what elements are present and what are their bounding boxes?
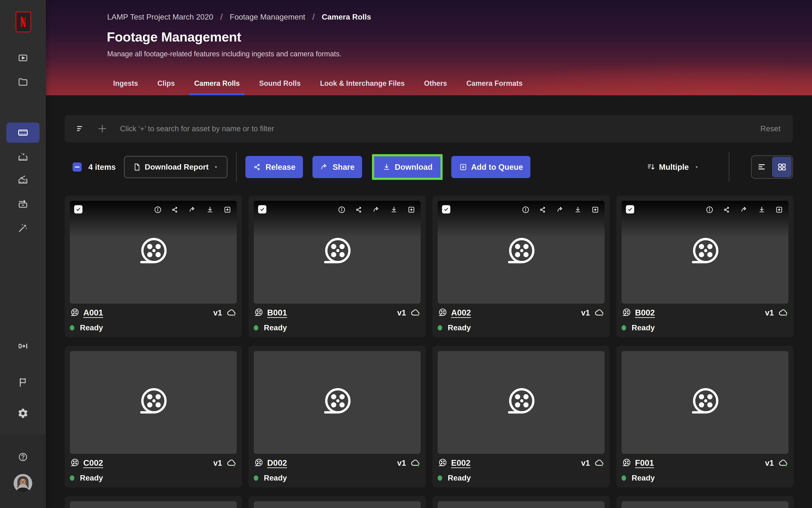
card-name-link[interactable]: B002	[635, 308, 655, 318]
card-checkbox[interactable]	[626, 205, 634, 213]
card-thumbnail[interactable]	[254, 501, 421, 508]
tab-others[interactable]: Others	[419, 72, 452, 95]
card-footer: E002 v1	[438, 457, 605, 468]
breadcrumb-project[interactable]: LAMP Test Project March 2020	[107, 13, 213, 22]
release-button[interactable]: Release	[245, 156, 303, 178]
card-thumbnail[interactable]	[254, 201, 421, 304]
download-label: Download	[395, 163, 433, 172]
download-icon[interactable]	[206, 206, 214, 214]
card-name-link[interactable]: B001	[267, 308, 287, 318]
netflix-logo[interactable]	[15, 11, 31, 32]
card-thumbnail[interactable]	[438, 201, 605, 304]
grid-view-button[interactable]	[772, 157, 791, 177]
sidebar-item-help[interactable]	[17, 452, 28, 462]
tab-camera-rolls[interactable]: Camera Rolls	[190, 72, 244, 95]
breadcrumb-separator: /	[220, 12, 223, 22]
asset-search-bar[interactable]: Click ‘+’ to search for asset by name or…	[65, 115, 793, 142]
indeterminate-minus-icon	[73, 163, 81, 171]
card-thumbnail[interactable]	[70, 201, 237, 304]
tab-clips[interactable]: Clips	[153, 72, 179, 95]
card-footer: D002 v1	[254, 457, 421, 468]
download-icon[interactable]	[758, 206, 766, 214]
camera-roll-card-partial	[433, 496, 610, 508]
film-reel-icon	[136, 235, 171, 269]
release-icon[interactable]	[539, 206, 547, 214]
cloud-synced-icon	[778, 458, 788, 468]
select-all-checkbox[interactable]	[73, 163, 82, 172]
cloud-synced-icon	[410, 458, 421, 468]
add-to-queue-button[interactable]: Add to Queue	[451, 156, 530, 178]
film-reel-icon	[70, 458, 80, 468]
sidebar-item-editing[interactable]	[17, 175, 29, 186]
card-checkbox[interactable]	[442, 205, 450, 213]
card-name-link[interactable]: F001	[635, 458, 654, 468]
card-thumbnail[interactable]	[621, 501, 788, 508]
add-to-queue-icon[interactable]	[591, 206, 599, 214]
sidebar-item-dailies[interactable]	[17, 152, 29, 163]
card-name-link[interactable]: A002	[451, 308, 471, 318]
info-icon[interactable]	[337, 206, 346, 214]
tab-camera-formats[interactable]: Camera Formats	[461, 72, 527, 95]
card-name-link[interactable]: E002	[451, 458, 471, 468]
card-name-link[interactable]: A001	[83, 308, 103, 318]
reset-button[interactable]: Reset	[760, 124, 780, 133]
info-icon[interactable]	[522, 206, 530, 214]
film-reel-icon	[70, 308, 80, 318]
help-icon	[17, 452, 28, 462]
card-thumbnail[interactable]	[438, 501, 605, 508]
breadcrumb-footage-management[interactable]: Footage Management	[230, 13, 306, 22]
sidebar-item-tools[interactable]	[17, 222, 29, 234]
user-avatar[interactable]	[14, 474, 32, 493]
sort-dropdown[interactable]: Multiple	[647, 163, 699, 172]
share-icon[interactable]	[556, 206, 565, 214]
card-thumbnail[interactable]	[70, 351, 237, 454]
check-icon	[76, 207, 81, 212]
info-icon[interactable]	[154, 206, 162, 214]
release-icon[interactable]	[355, 206, 363, 214]
sidebar-item-flags[interactable]	[17, 377, 29, 388]
card-thumbnail[interactable]	[254, 351, 421, 454]
tab-ingests[interactable]: Ingests	[108, 72, 143, 95]
status-dot	[254, 325, 258, 331]
add-filter-icon[interactable]	[97, 123, 108, 134]
tab-bar: Ingests Clips Camera Rolls Sound Rolls L…	[108, 72, 537, 95]
sidebar-item-migration[interactable]	[17, 340, 29, 352]
download-report-button[interactable]: Download Report	[124, 156, 228, 178]
share-button[interactable]: Share	[313, 156, 362, 178]
card-checkbox[interactable]	[258, 205, 267, 213]
tab-look-interchange-files[interactable]: Look & Interchange Files	[315, 72, 409, 95]
download-icon[interactable]	[574, 206, 582, 214]
projects-folder-icon	[17, 76, 29, 87]
sidebar-item-player[interactable]	[17, 52, 29, 64]
tab-sound-rolls[interactable]: Sound Rolls	[254, 72, 306, 95]
card-thumbnail[interactable]	[621, 201, 788, 304]
add-to-queue-icon[interactable]	[775, 206, 783, 214]
status-label: Ready	[264, 474, 287, 482]
card-thumbnail[interactable]	[70, 501, 237, 508]
card-thumbnail[interactable]	[438, 351, 605, 454]
share-icon[interactable]	[189, 206, 197, 214]
cloud-synced-icon	[594, 458, 605, 468]
filter-icon[interactable]	[76, 124, 86, 134]
sidebar-item-projects[interactable]	[17, 76, 29, 87]
film-reel-icon	[688, 385, 722, 420]
add-to-queue-icon[interactable]	[223, 206, 232, 214]
card-thumbnail[interactable]	[621, 351, 788, 454]
sidebar-item-exports[interactable]	[17, 199, 29, 210]
list-view-button[interactable]	[753, 157, 772, 177]
status-dot	[621, 475, 626, 481]
add-to-queue-icon[interactable]	[407, 206, 415, 214]
card-checkbox[interactable]	[74, 205, 82, 213]
release-icon[interactable]	[723, 206, 731, 214]
share-icon[interactable]	[372, 206, 381, 214]
sidebar-item-settings[interactable]	[17, 408, 29, 419]
sort-label: Multiple	[659, 163, 689, 172]
card-name-link[interactable]: C002	[83, 458, 103, 468]
card-name-link[interactable]: D002	[267, 458, 287, 468]
release-icon[interactable]	[171, 206, 179, 214]
info-icon[interactable]	[705, 206, 714, 214]
share-icon[interactable]	[740, 206, 748, 214]
download-icon[interactable]	[390, 206, 398, 214]
sidebar-item-camera-rolls-active[interactable]	[6, 123, 40, 143]
download-button[interactable]: Download	[372, 154, 443, 180]
